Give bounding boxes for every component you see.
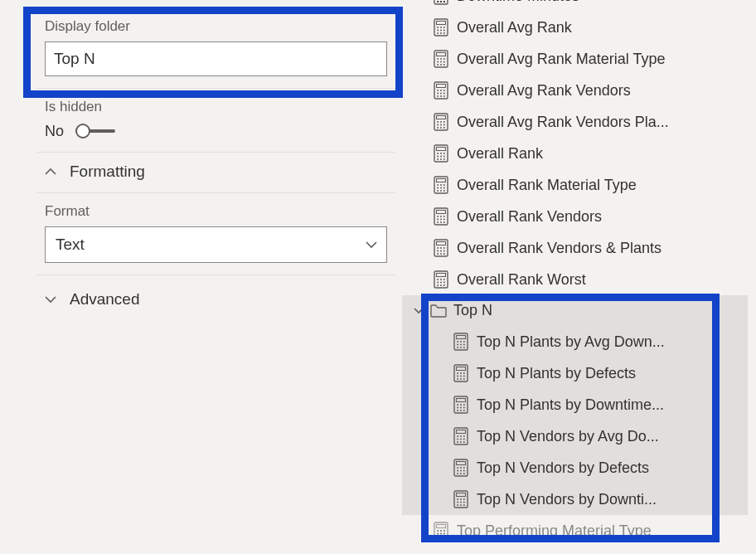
svg-point-170 [457, 502, 458, 503]
field-item[interactable]: Overall Rank Worst [402, 264, 748, 295]
svg-point-60 [437, 156, 439, 158]
field-item[interactable]: Top N Plants by Defects [402, 357, 748, 389]
field-item[interactable]: Top N Vendors by Downti... [402, 484, 748, 515]
svg-point-16 [437, 30, 439, 32]
field-label: Overall Avg Rank Vendors [457, 82, 631, 100]
selected-folder-block: Top N Top N Plants by Avg Down...Top N P… [402, 295, 748, 515]
svg-point-168 [460, 498, 462, 500]
svg-point-142 [463, 410, 465, 411]
field-item[interactable]: Overall Avg Rank Material Type [402, 43, 748, 75]
svg-point-15 [443, 27, 445, 28]
svg-rect-56 [437, 148, 446, 151]
svg-point-21 [443, 32, 445, 34]
field-item[interactable]: Overall Avg Rank Vendors Pla... [402, 106, 748, 138]
svg-point-28 [440, 61, 442, 63]
svg-point-135 [460, 404, 462, 406]
properties-pane: Display folder Is hidden No Formatting F… [0, 0, 402, 554]
formatting-header-row[interactable]: Formatting [36, 153, 395, 193]
field-item[interactable]: Overall Rank Vendors & Plants [402, 232, 748, 264]
svg-point-162 [457, 473, 458, 474]
measure-icon [434, 50, 448, 68]
measure-icon [434, 113, 448, 131]
svg-point-161 [463, 470, 465, 472]
field-item[interactable]: Overall Rank Material Type [402, 169, 748, 201]
svg-rect-133 [457, 399, 466, 402]
svg-point-109 [443, 284, 445, 286]
measure-icon [434, 144, 448, 163]
svg-rect-23 [437, 53, 446, 56]
svg-point-46 [437, 121, 439, 123]
svg-point-104 [437, 282, 439, 284]
svg-rect-177 [437, 525, 446, 528]
field-item[interactable]: Overall Rank Vendors [402, 201, 748, 232]
svg-point-13 [437, 27, 439, 28]
advanced-header-row[interactable]: Advanced [36, 275, 395, 320]
is-hidden-toggle[interactable] [75, 122, 117, 140]
svg-point-179 [440, 530, 442, 532]
svg-point-8 [437, 1, 439, 2]
svg-point-159 [457, 470, 458, 472]
svg-point-138 [460, 407, 462, 409]
field-item[interactable]: Top N Plants by Downtime... [402, 389, 748, 420]
format-section: Format Text [36, 193, 395, 275]
svg-point-40 [443, 93, 445, 95]
svg-point-123 [457, 372, 458, 374]
svg-point-48 [443, 121, 445, 123]
svg-point-24 [437, 58, 439, 60]
field-label: Overall Avg Rank Material Type [457, 51, 665, 68]
field-item[interactable]: Overall Avg Rank Vendors [402, 75, 748, 106]
svg-point-120 [463, 347, 465, 348]
svg-point-151 [457, 441, 458, 443]
svg-point-25 [440, 58, 442, 60]
measure-icon [453, 459, 468, 477]
field-label: Top Performing Material Type [457, 522, 652, 540]
svg-rect-100 [437, 274, 446, 277]
svg-point-173 [457, 504, 458, 506]
svg-point-54 [443, 127, 445, 129]
svg-point-105 [440, 282, 442, 284]
svg-point-92 [443, 247, 445, 249]
folder-row[interactable]: Top N [402, 295, 748, 326]
svg-point-118 [457, 347, 458, 348]
field-label: Top N Plants by Avg Down... [477, 333, 665, 351]
svg-point-81 [443, 216, 445, 217]
measure-icon [453, 490, 468, 508]
field-label: Top N Vendors by Defects [477, 459, 649, 477]
chevron-down-icon [366, 237, 377, 252]
svg-point-186 [443, 536, 445, 537]
field-item[interactable]: Top Performing Material Type [402, 515, 748, 547]
svg-point-51 [443, 124, 445, 126]
svg-point-68 [437, 184, 439, 186]
field-item[interactable]: Overall Rank [402, 138, 748, 169]
svg-rect-111 [457, 336, 466, 339]
svg-point-43 [443, 95, 445, 97]
measure-icon [453, 396, 468, 414]
display-folder-input[interactable] [45, 41, 387, 76]
svg-point-36 [440, 90, 442, 91]
measure-icon [434, 270, 448, 289]
folder-name: Top N [453, 302, 492, 319]
svg-point-163 [460, 473, 462, 474]
format-select[interactable]: Text [45, 226, 387, 263]
field-item[interactable]: Top N Vendors by Avg Do... [402, 420, 748, 452]
format-value: Text [56, 236, 85, 254]
svg-point-178 [437, 530, 439, 532]
svg-point-106 [443, 282, 445, 284]
svg-point-86 [440, 221, 442, 223]
field-item[interactable]: Downtime Minutes [402, 0, 748, 12]
svg-point-37 [443, 90, 445, 91]
field-item[interactable]: Top N Vendors by Defects [402, 452, 748, 484]
svg-point-94 [440, 250, 442, 252]
svg-point-131 [463, 378, 465, 380]
measure-icon [453, 333, 468, 351]
svg-point-167 [457, 498, 458, 500]
field-label: Top N Vendors by Avg Do... [477, 428, 659, 445]
svg-point-73 [443, 187, 445, 189]
svg-point-14 [440, 27, 442, 28]
svg-point-158 [463, 467, 465, 469]
field-item[interactable]: Overall Avg Rank [402, 12, 748, 43]
field-item[interactable]: Top N Plants by Avg Down... [402, 326, 748, 357]
svg-point-69 [440, 184, 442, 186]
svg-point-112 [457, 341, 458, 343]
svg-point-82 [437, 219, 439, 221]
